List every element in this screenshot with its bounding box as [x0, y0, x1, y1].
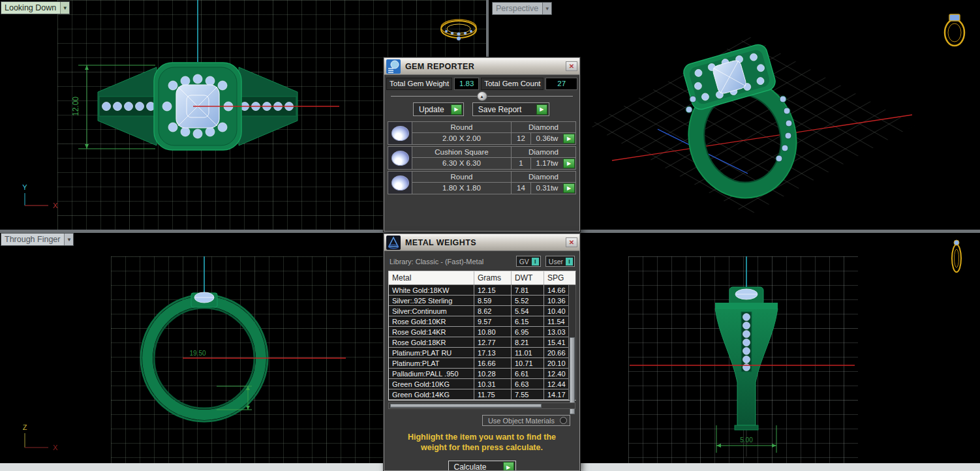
- viewport-tab-label: Perspective: [493, 3, 542, 14]
- gem-size: 2.00 X 2.00: [412, 133, 511, 144]
- metal-weights-icon: [386, 236, 401, 250]
- metal-table-row[interactable]: Palladium:PALL .95010.286.6112.40: [389, 369, 575, 379]
- metal-table-cell: 9.57: [474, 316, 512, 326]
- play-icon[interactable]: ▶: [563, 134, 575, 144]
- metal-table-row[interactable]: White Gold:18KW12.157.8114.66: [389, 285, 575, 296]
- metal-table-row[interactable]: Platinum:PLAT RU17.1311.0120.66: [389, 348, 575, 358]
- gem-thumbnail: [388, 122, 412, 144]
- panel-title: GEM REPORTER: [405, 62, 566, 71]
- viewport-tab-label: Looking Down: [1, 2, 60, 14]
- axis-label-y: Y: [22, 183, 27, 191]
- gem-total-weight: 1.17tw: [531, 158, 563, 169]
- metal-table-rows: White Gold:18KW12.157.8114.66Silver:.925…: [389, 285, 575, 400]
- metal-header-cell[interactable]: Metal: [389, 271, 474, 284]
- use-object-materials-button[interactable]: Use Object Materials: [482, 415, 570, 426]
- viewport-front[interactable]: [628, 256, 858, 464]
- metal-header-cell[interactable]: SPG: [544, 271, 575, 284]
- update-button-label: Update: [419, 105, 444, 114]
- viewport-tab-looking-down[interactable]: Looking Down ▼: [1, 1, 70, 14]
- gem-size: 6.30 X 6.30: [412, 158, 511, 169]
- ring-orientation-icon-front: [952, 240, 961, 272]
- gem-total-weight: 0.31tw: [531, 183, 563, 194]
- save-report-button-label: Save Report: [478, 105, 522, 114]
- total-gem-count-value: 27: [545, 78, 577, 90]
- metal-table-cell: 12.77: [474, 337, 512, 347]
- metal-table-cell: 6.63: [512, 379, 544, 389]
- calculate-button-label: Calculate: [454, 463, 487, 471]
- gem-shape: Round: [412, 172, 511, 183]
- viewport-tab-perspective[interactable]: Perspective ▼: [492, 2, 552, 15]
- metal-table-cell: 6.15: [512, 316, 544, 326]
- gem-shape: Round: [412, 122, 511, 133]
- metal-table-cell: 17.13: [474, 348, 512, 357]
- gem-reporter-icon: [386, 59, 401, 74]
- user-button[interactable]: User I: [545, 256, 575, 267]
- metal-table-row[interactable]: Green Gold:14KG11.757.5514.17: [389, 389, 575, 400]
- metal-table-row[interactable]: Silver:.925 Sterling8.595.5210.36: [389, 296, 575, 306]
- chevron-down-icon[interactable]: ▼: [542, 3, 551, 14]
- close-icon[interactable]: ✕: [566, 61, 577, 71]
- metal-table-row[interactable]: Platinum:PLAT16.6610.7120.10: [389, 358, 575, 369]
- panel-title: METAL WEIGHTS: [405, 238, 566, 247]
- chevron-down-icon[interactable]: ▼: [64, 234, 73, 245]
- play-icon: ▶: [503, 462, 514, 471]
- update-button[interactable]: Update ▶: [413, 102, 464, 116]
- gem-size: 1.80 X 1.80: [412, 183, 511, 194]
- metal-table-row[interactable]: Silver:Continuum8.625.5410.40: [389, 306, 575, 316]
- library-label: Library: Classic - (Fast)-Metal: [390, 258, 512, 266]
- horizontal-scrollbar[interactable]: [388, 403, 575, 409]
- metal-table-row[interactable]: Rose Gold:14KR10.806.9513.03: [389, 327, 575, 337]
- axis-indicator-bottom-left: Z X: [23, 423, 58, 451]
- application-window: 12.00 Y X: [0, 0, 980, 471]
- metal-table-cell: 10.80: [474, 327, 512, 337]
- play-icon: ▶: [451, 104, 462, 115]
- metal-table-cell: Green Gold:10KG: [389, 379, 474, 389]
- vertical-scrollbar[interactable]: [568, 285, 575, 400]
- metal-weights-titlebar[interactable]: METAL WEIGHTS ✕: [384, 234, 579, 251]
- gem-reporter-titlebar[interactable]: GEM REPORTER ✕: [384, 58, 579, 75]
- user-button-label: User: [549, 258, 563, 266]
- metal-table-cell: Green Gold:14KG: [389, 389, 474, 399]
- gem-row[interactable]: Round 2.00 X 2.00 Diamond 12 0.36tw ▶: [388, 121, 576, 145]
- metal-weights-panel: METAL WEIGHTS ✕ Library: Classic - (Fast…: [384, 234, 580, 471]
- metal-table-cell: Platinum:PLAT: [389, 358, 474, 368]
- metal-table-cell: 10.31: [474, 379, 512, 389]
- gem-total-weight: 0.36tw: [531, 133, 563, 144]
- metal-table-cell: 8.59: [474, 296, 512, 305]
- gv-button-label: GV: [519, 258, 529, 266]
- gem-row[interactable]: Cushion Square 6.30 X 6.30 Diamond 1 1.1…: [388, 146, 576, 170]
- metal-table-cell: 7.81: [512, 285, 544, 295]
- gem-shape: Cushion Square: [412, 147, 511, 158]
- metal-table-cell: Rose Gold:14KR: [389, 327, 474, 337]
- play-icon[interactable]: ▶: [563, 183, 575, 193]
- gem-count: 1: [512, 158, 531, 169]
- scrollbar-thumb[interactable]: [390, 404, 542, 408]
- use-object-materials-label: Use Object Materials: [488, 417, 555, 425]
- metal-table-cell: Rose Gold:18KR: [389, 337, 474, 347]
- gem-reporter-panel: GEM REPORTER ✕ Total Gem Weight 1.83 Tot…: [384, 57, 580, 232]
- play-icon[interactable]: ▶: [563, 159, 575, 168]
- save-report-button[interactable]: Save Report ▶: [472, 102, 549, 116]
- gem-thumbnail: [388, 147, 412, 169]
- metal-table-row[interactable]: Rose Gold:10KR9.576.1511.54: [389, 316, 575, 327]
- total-gem-weight-value: 1.83: [454, 78, 479, 90]
- viewport-tab-through-finger[interactable]: Through Finger ▼: [1, 233, 74, 246]
- gem-row[interactable]: Round 1.80 X 1.80 Diamond 14 0.31tw ▶: [388, 171, 576, 194]
- metal-header-cell[interactable]: DWT: [512, 271, 544, 284]
- axis-label-z: Z: [23, 423, 27, 431]
- metal-header-cell[interactable]: Grams: [474, 271, 512, 284]
- collapse-handle[interactable]: ▲: [477, 91, 487, 101]
- metal-table-row[interactable]: Rose Gold:18KR12.778.2115.41: [389, 337, 575, 348]
- chevron-down-icon[interactable]: ▼: [60, 2, 69, 14]
- metal-table-cell: Platinum:PLAT RU: [389, 348, 474, 357]
- calculate-button[interactable]: Calculate ▶: [448, 461, 516, 471]
- metal-table-header: MetalGramsDWTSPG: [389, 271, 575, 285]
- close-icon[interactable]: ✕: [566, 237, 577, 247]
- gv-button[interactable]: GV I: [516, 256, 541, 267]
- metal-table-cell: 12.15: [474, 285, 512, 295]
- metal-table-row[interactable]: Green Gold:10KG10.316.6312.44: [389, 379, 575, 389]
- viewport-tab-label: Through Finger: [1, 234, 64, 245]
- metal-table-cell: Silver:.925 Sterling: [389, 296, 474, 305]
- metal-table-cell: Rose Gold:10KR: [389, 316, 474, 326]
- metal-table-cell: 11.75: [474, 389, 512, 399]
